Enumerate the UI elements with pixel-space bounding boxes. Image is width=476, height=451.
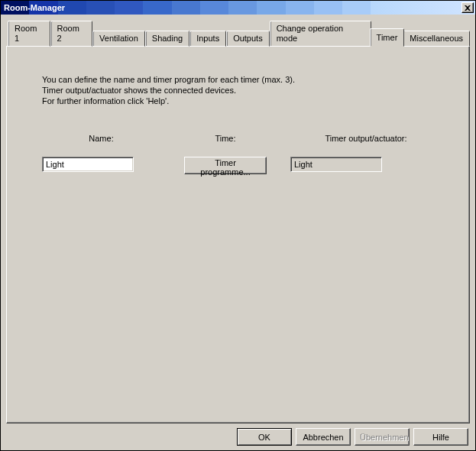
timer-output-value: Light — [294, 160, 312, 169]
tab-label: Ventilation — [99, 34, 138, 43]
tab-timer[interactable]: Timer — [370, 28, 405, 47]
tab-page-timer: You can define the name and timer progra… — [6, 46, 470, 423]
tab-label: Room 1 — [15, 24, 37, 43]
window: Room-Manager Room 1 Room 2 Ventilation S… — [0, 0, 476, 451]
ok-button[interactable]: OK — [237, 428, 292, 446]
tab-miscellaneous[interactable]: Miscellaneous — [403, 31, 470, 47]
timer-name-input[interactable] — [42, 157, 134, 172]
window-title: Room-Manager — [4, 3, 65, 12]
column-name: Name: — [42, 134, 160, 174]
tab-outputs[interactable]: Outputs — [226, 31, 270, 47]
tab-shading[interactable]: Shading — [145, 31, 189, 47]
tab-label: Shading — [152, 34, 183, 43]
column-header-name: Name: — [89, 134, 113, 143]
intro-line-2: Timer output/actuator shows the connecte… — [42, 85, 442, 96]
intro-line-1: You can define the name and timer progra… — [42, 74, 442, 85]
cancel-button[interactable]: Abbrechen — [296, 428, 351, 446]
intro-text: You can define the name and timer progra… — [42, 74, 442, 106]
timer-columns: Name: Time: Timer programme... Timer out… — [42, 134, 442, 174]
column-time: Time: Timer programme... — [160, 134, 290, 174]
intro-line-3: For further information click 'Help'. — [42, 96, 442, 106]
tab-strip: Room 1 Room 2 Ventilation Shading Inputs… — [6, 21, 470, 47]
tab-label: Outputs — [233, 34, 263, 43]
title-bar: Room-Manager — [1, 1, 475, 15]
close-button[interactable] — [461, 2, 474, 13]
close-icon — [465, 5, 471, 11]
tab-label: Inputs — [196, 34, 219, 43]
tab-ventilation[interactable]: Ventilation — [92, 31, 145, 47]
client-area: Room 1 Room 2 Ventilation Shading Inputs… — [1, 15, 475, 450]
timer-programme-button[interactable]: Timer programme... — [184, 157, 267, 174]
tab-label: Room 2 — [57, 24, 79, 43]
dialog-button-row: OK Abbrechen Übernehmen Hilfe — [6, 428, 470, 446]
tab-label: Timer — [377, 33, 398, 42]
apply-button: Übernehmen — [355, 428, 410, 446]
tab-room-1[interactable]: Room 1 — [8, 21, 50, 47]
column-header-output: Timer output/actuator: — [325, 134, 406, 143]
tab-label: Miscellaneous — [410, 34, 463, 43]
help-button[interactable]: Hilfe — [413, 428, 468, 446]
column-output: Timer output/actuator: Light — [290, 134, 442, 174]
column-header-time: Time: — [215, 134, 235, 143]
timer-output-field: Light — [290, 157, 382, 172]
tab-inputs[interactable]: Inputs — [189, 31, 226, 47]
tab-label: Change operation mode — [277, 24, 343, 43]
tab-change-operation-mode[interactable]: Change operation mode — [270, 21, 371, 47]
tab-room-2[interactable]: Room 2 — [50, 21, 93, 47]
